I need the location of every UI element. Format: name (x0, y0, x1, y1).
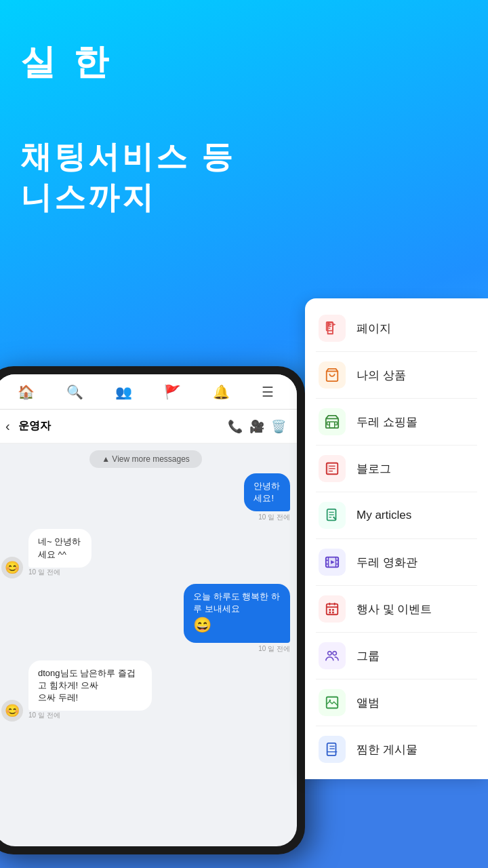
svg-point-32 (328, 652, 332, 656)
message-bubble: dtong님도 남은하루 즐겁고 힘차게! 으싸으싸 두레! (28, 660, 152, 711)
menu-item-articles[interactable]: My articles (305, 492, 488, 538)
message-content: dtong님도 남은하루 즐겁고 힘차게! 으싸으싸 두레! 10 일 전에 (28, 660, 205, 722)
menu-label-product: 나의 상품 (357, 368, 406, 383)
svg-rect-29 (332, 609, 334, 611)
menu-item-shopping[interactable]: 두레 쇼핑몰 (305, 399, 488, 445)
chat-actions: 📞 🎥 🗑️ (228, 419, 286, 434)
svg-rect-28 (329, 609, 331, 611)
chat-name: 운영자 (18, 419, 220, 433)
svg-rect-10 (327, 463, 329, 475)
back-button[interactable]: ‹ (5, 418, 10, 434)
message-bubble: 네~ 안녕하세요 ^^ (28, 529, 92, 567)
menu-label-save: 찜한 게시물 (357, 742, 418, 757)
menu-item-my-product[interactable]: 나의 상품 (305, 352, 488, 398)
menu-item-event[interactable]: 행사 및 이벤트 (305, 586, 488, 632)
phone-outer: 🏠 🔍 👥 🚩 🔔 ☰ ‹ 운영자 📞 🎥 🗑️ ▲ (0, 366, 305, 854)
event-icon (319, 595, 346, 623)
message-time: 10 일 전에 (258, 644, 290, 654)
movie-icon (319, 549, 346, 576)
svg-rect-36 (327, 743, 336, 755)
flag-nav-icon: 🚩 (164, 384, 181, 400)
message-time: 10 일 전에 (28, 711, 205, 720)
svg-rect-4 (327, 422, 330, 425)
menu-label-page: 페이지 (357, 321, 391, 336)
menu-label-album: 앨범 (357, 695, 380, 711)
menu-label-cinema: 두레 영화관 (357, 555, 418, 570)
header-line2: 채팅서비스 등 (20, 137, 235, 178)
people-icon: 👥 (115, 384, 132, 400)
svg-rect-31 (332, 612, 334, 614)
menu-item-group[interactable]: 그룹 (305, 633, 488, 679)
menu-label-blog: 블로그 (357, 461, 391, 477)
save-icon (319, 736, 346, 763)
menu-label-event: 행사 및 이벤트 (357, 601, 432, 617)
header-line3: 니스까지 (20, 178, 235, 218)
articles-icon (319, 502, 346, 529)
more-icon[interactable]: 🗑️ (271, 419, 286, 434)
message-bubble: 오늘 하루도 행복한 하루 보내세요 😄 (184, 584, 290, 643)
group-icon (319, 642, 346, 669)
video-call-icon[interactable]: 🎥 (249, 419, 264, 434)
menu-item-save[interactable]: 찜한 게시물 (305, 726, 488, 772)
message-bubble: 안녕하세요! (244, 473, 290, 511)
message-time: 10 일 전에 (28, 568, 119, 577)
product-icon (319, 361, 346, 389)
home-icon: 🏠 (18, 384, 35, 400)
menu-label-group: 그룹 (357, 648, 380, 664)
svg-rect-2 (326, 418, 338, 428)
menu-label-shopping: 두레 쇼핑몰 (357, 414, 418, 430)
bell-icon: 🔔 (213, 384, 230, 400)
page-icon (319, 315, 346, 342)
message-row: 오늘 하루도 행복한 하루 보내세요 😄 10 일 전에 (1, 584, 290, 655)
phone-mockup: 🏠 🔍 👥 🚩 🔔 ☰ ‹ 운영자 📞 🎥 🗑️ ▲ (0, 366, 319, 868)
header-text: 실 한 채팅서비스 등 니스까지 (20, 41, 235, 218)
phone-inner: 🏠 🔍 👥 🚩 🔔 ☰ ‹ 운영자 📞 🎥 🗑️ ▲ (0, 374, 297, 846)
shop-icon (319, 408, 346, 435)
svg-rect-30 (329, 612, 331, 614)
message-row: 😊 네~ 안녕하세요 ^^ 10 일 전에 (1, 529, 290, 578)
menu-item-album[interactable]: 앨범 (305, 679, 488, 726)
svg-rect-5 (335, 422, 338, 425)
message-row: 😊 dtong님도 남은하루 즐겁고 힘차게! 으싸으싸 두레! 10 일 전에 (1, 660, 290, 722)
avatar: 😊 (1, 700, 23, 722)
message-row: 안녕하세요! 10 일 전에 (1, 473, 290, 524)
avatar: 😊 (1, 557, 23, 578)
phone-navbar: 🏠 🔍 👥 🚩 🔔 ☰ (0, 374, 297, 410)
chat-area: ▲ View more messages 안녕하세요! 10 일 전에 😊 네~… (0, 443, 297, 846)
svg-point-33 (333, 652, 337, 656)
phone-call-icon[interactable]: 📞 (228, 419, 243, 434)
menu-label-articles: My articles (357, 509, 411, 522)
svg-rect-3 (329, 422, 334, 428)
view-more-button[interactable]: ▲ View more messages (89, 450, 202, 468)
album-icon (319, 689, 346, 716)
header-line1: 실 한 (20, 41, 235, 83)
menu-item-blog[interactable]: 블로그 (305, 446, 488, 492)
menu-item-page[interactable]: 페이지 (305, 305, 488, 351)
message-content: 네~ 안녕하세요 ^^ 10 일 전에 (28, 529, 119, 578)
menu-panel: 페이지 나의 상품 두레 쇼핑몰 (305, 298, 488, 779)
chat-header: ‹ 운영자 📞 🎥 🗑️ (0, 410, 297, 443)
menu-item-cinema[interactable]: 두레 영화관 (305, 539, 488, 585)
blog-icon (319, 455, 346, 482)
menu-icon: ☰ (262, 384, 274, 400)
search-icon: 🔍 (66, 384, 83, 400)
message-time: 10 일 전에 (258, 513, 290, 522)
